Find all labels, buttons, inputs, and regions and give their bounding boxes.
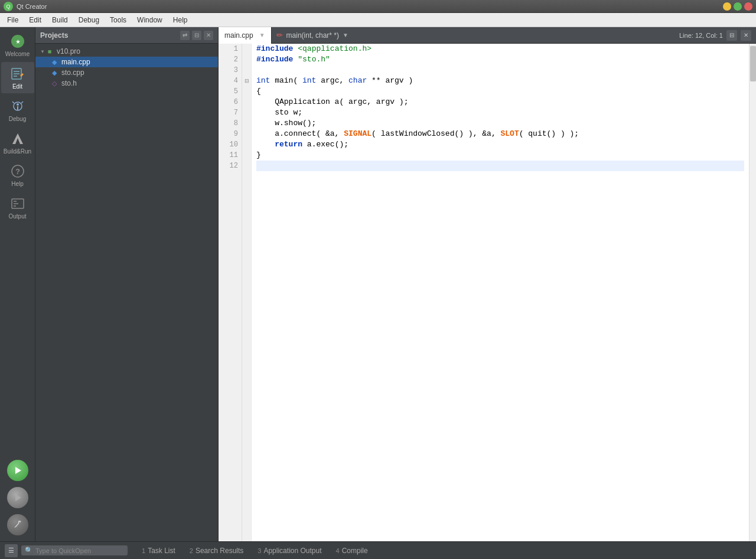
title-bar: Q Qt Creator [0,0,756,13]
editor-tab-arrow: ▼ [259,32,265,38]
code-line-4: int main( int argc, char ** argv ) [256,76,744,86]
minimize-button[interactable] [723,2,731,11]
sidebar-output-label: Output [8,213,26,220]
bottom-left: ☰ 🔍 [0,544,132,557]
tree-item-v10pro[interactable]: ▼ ■ v10.pro [35,46,218,57]
fold-column: ⊟ [242,44,252,541]
buildrun-icon [9,130,26,147]
content-area: Projects ⇄ ⊟ ✕ ▼ ■ v10.pro ◆ mai [35,27,756,541]
editor-tab-filename: main.cpp [224,31,253,40]
code-line-3 [256,65,744,76]
menu-bar: File Edit Build Debug Tools Window Help [0,13,756,27]
run-button[interactable] [7,460,28,481]
menu-build[interactable]: Build [47,15,73,25]
code-line-10: return a.exec(); [256,139,744,150]
code-line-11: } [256,150,744,161]
project-sync-button[interactable]: ⇄ [180,31,190,40]
svg-line-9 [12,102,14,103]
code-editor[interactable]: 1 2 3 4 5 6 7 8 9 10 11 12 [219,44,756,541]
code-line-2: #include "sto.h" [256,54,744,65]
project-header-buttons: ⇄ ⊟ ✕ [180,31,213,40]
editor-split-button[interactable]: ⊟ [726,30,737,41]
sidebar: ★ Welcome Edit [0,27,35,541]
fold-3 [242,65,251,76]
main-container: ★ Welcome Edit [0,27,756,541]
code-line-5: { [256,86,744,97]
svg-point-7 [17,103,19,106]
sidebar-welcome-label: Welcome [5,51,30,57]
menu-tools[interactable]: Tools [105,15,131,25]
tab-label-compile: Compile [342,547,368,555]
svg-line-10 [21,102,23,103]
scroll-thumb [750,46,756,81]
svg-text:★: ★ [15,38,20,45]
tab-num-4: 4 [336,547,340,554]
tree-fold-v10pro: ▼ [40,49,45,54]
stop-button[interactable] [7,487,28,508]
project-close-button[interactable]: ✕ [204,31,213,40]
bottom-tab-tasklist[interactable]: 1 Task List [135,543,183,558]
edit-icon [9,66,26,82]
code-line-9: a.connect( &a, SIGNAL( lastWindowClosed(… [256,129,744,139]
sidebar-debug-label: Debug [9,116,26,122]
sidebar-item-welcome[interactable]: ★ Welcome [1,30,34,61]
code-content[interactable]: #include <qapplication.h> #include "sto.… [252,44,749,541]
menu-help[interactable]: Help [168,15,193,25]
code-line-8: w.show(); [256,118,744,129]
bottom-tabs: 1 Task List 2 Search Results 3 Applicati… [132,543,756,558]
bottom-tab-appoutput[interactable]: 3 Application Output [250,543,328,558]
cpp-icon-sto: ◆ [50,68,59,77]
code-line-1: #include <qapplication.h> [256,44,744,54]
sidebar-item-buildrun[interactable]: Build&Run [1,127,34,158]
fold-10 [242,139,251,150]
quick-open-input[interactable] [35,547,124,554]
wrench-button[interactable] [7,514,28,535]
project-header: Projects ⇄ ⊟ ✕ [35,27,218,44]
title-bar-left: Q Qt Creator [4,2,47,11]
menu-edit[interactable]: Edit [24,15,46,25]
fold-8 [242,118,251,129]
line-num-4: 4 [219,76,242,86]
line-num-2: 2 [219,54,242,65]
line-num-10: 10 [219,139,242,150]
pro-icon: ■ [45,47,54,55]
sidebar-item-output[interactable]: Output [1,192,34,223]
tree-item-stoh[interactable]: ◇ sto.h [35,78,218,89]
project-tree: ▼ ■ v10.pro ◆ main.cpp ◆ sto.cpp [35,44,218,541]
code-line-7: sto w; [256,107,744,118]
tree-item-stocpp[interactable]: ◆ sto.cpp [35,67,218,78]
bottom-tab-searchresults[interactable]: 2 Search Results [183,543,251,558]
line-num-11: 11 [219,150,242,161]
maximize-button[interactable] [734,2,742,11]
tree-label-stoh: sto.h [61,79,77,87]
editor-status-right: Line: 12, Col: 1 ⊟ ✕ [679,30,756,41]
menu-window[interactable]: Window [132,15,167,25]
tree-item-maincpp[interactable]: ◆ main.cpp [35,57,218,67]
line-numbers: 1 2 3 4 5 6 7 8 9 10 11 12 [219,44,242,541]
title-bar-controls [723,2,752,11]
editor-breadcrumb: ✏ main(int, char* *) ▼ [272,31,353,40]
code-line-6: QApplication a( argc, argv ); [256,97,744,107]
scroll-indicator[interactable] [749,44,756,541]
tree-label-v10pro: v10.pro [57,47,80,55]
code-line-12 [256,161,744,171]
sidebar-item-edit[interactable]: Edit [1,62,34,93]
editor-function-label: main(int, char* *) [286,31,339,40]
project-split-button[interactable]: ⊟ [192,31,201,40]
bottom-panel-toggle[interactable]: ☰ [5,544,18,557]
editor-close-tab-button[interactable]: ✕ [741,30,751,41]
svg-text:?: ? [15,167,20,176]
close-button[interactable] [744,2,752,11]
svg-marker-18 [15,494,21,501]
bottom-tab-compile[interactable]: 4 Compile [329,543,375,558]
editor-tabs: main.cpp ▼ ✏ main(int, char* *) ▼ Line: … [219,27,756,44]
menu-debug[interactable]: Debug [74,15,104,25]
sidebar-item-debug[interactable]: Debug [1,94,34,126]
sidebar-item-help[interactable]: ? Help [1,159,34,191]
tab-num-3: 3 [258,547,261,554]
tree-label-stocpp: sto.cpp [61,68,84,77]
fold-4[interactable]: ⊟ [242,76,251,86]
editor-tab-maincpp[interactable]: main.cpp ▼ [219,27,272,44]
menu-file[interactable]: File [2,15,23,25]
tree-label-maincpp: main.cpp [61,58,90,66]
